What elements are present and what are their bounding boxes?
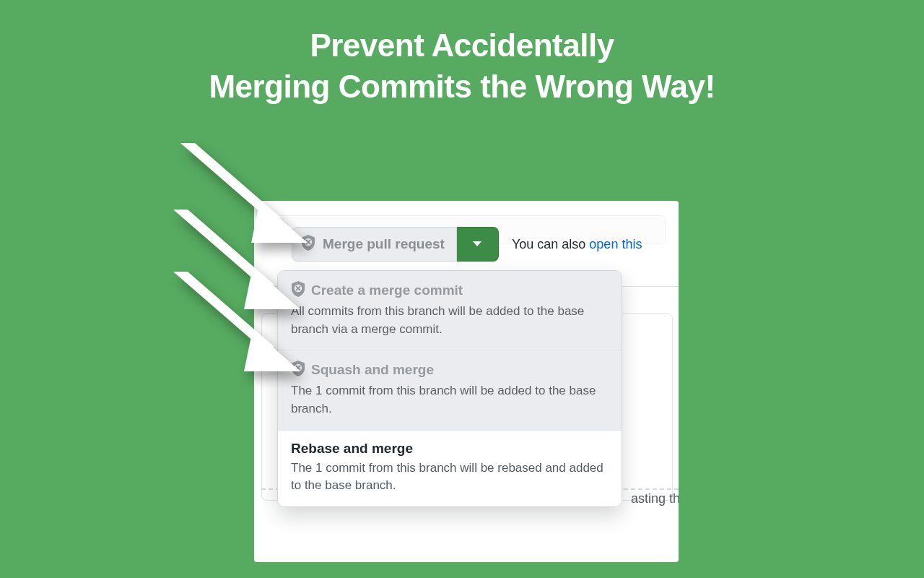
hint-prefix: You can also bbox=[512, 237, 589, 251]
option-create-merge-commit[interactable]: Create a merge commit All commits from t… bbox=[278, 271, 622, 350]
shield-blocked-icon bbox=[291, 361, 305, 379]
option-rebase-and-merge[interactable]: Rebase and merge The 1 commit from this … bbox=[278, 431, 622, 506]
option-description: The 1 commit from this branch will be ad… bbox=[291, 382, 609, 418]
merge-hint-text: You can also open this bbox=[512, 237, 642, 252]
page-headline: Prevent Accidentally Merging Commits the… bbox=[0, 0, 924, 107]
caret-down-icon bbox=[472, 238, 482, 251]
option-squash-and-merge[interactable]: Squash and merge The 1 commit from this … bbox=[278, 350, 622, 430]
merge-button-row: Merge pull request You can also open thi… bbox=[292, 227, 642, 262]
headline-line-2: Merging Commits the Wrong Way! bbox=[209, 69, 715, 104]
open-this-link[interactable]: open this bbox=[589, 237, 642, 251]
merge-dropdown-toggle[interactable] bbox=[457, 227, 499, 262]
shield-blocked-icon bbox=[301, 235, 315, 254]
option-description: All commits from this branch will be add… bbox=[291, 303, 609, 338]
truncated-background-text: asting th bbox=[631, 491, 679, 506]
headline-line-1: Prevent Accidentally bbox=[310, 27, 614, 63]
option-description: The 1 commit from this branch will be re… bbox=[291, 460, 609, 495]
option-title: Squash and merge bbox=[311, 362, 434, 378]
option-title: Rebase and merge bbox=[291, 441, 413, 457]
merge-method-dropdown: Create a merge commit All commits from t… bbox=[277, 270, 622, 507]
option-title: Create a merge commit bbox=[311, 282, 463, 298]
shield-blocked-icon bbox=[291, 281, 305, 300]
merge-pull-request-button[interactable]: Merge pull request bbox=[292, 227, 457, 262]
screenshot-card: Merge pull request You can also open thi… bbox=[254, 201, 679, 562]
merge-button-label: Merge pull request bbox=[323, 236, 445, 252]
